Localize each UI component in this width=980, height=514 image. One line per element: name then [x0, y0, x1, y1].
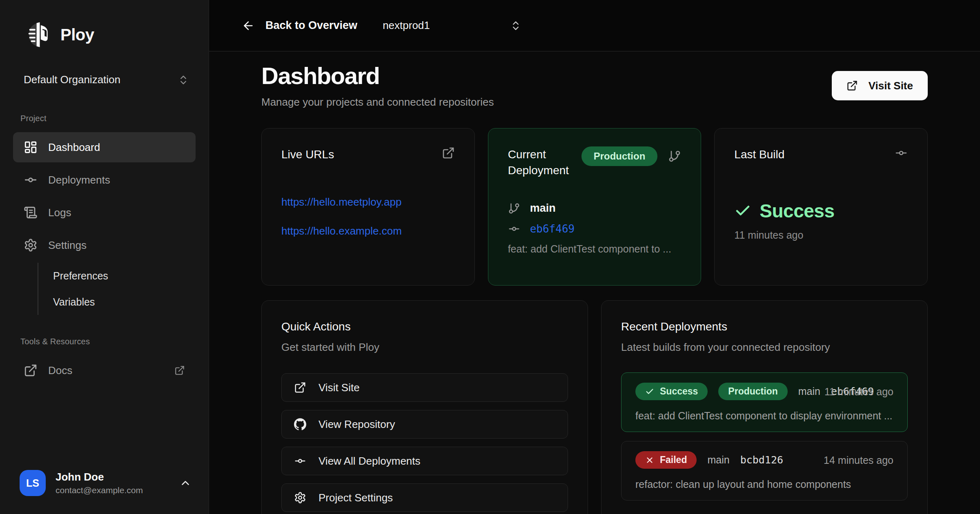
- sidebar-item-logs[interactable]: Logs: [13, 197, 196, 228]
- section-label-tools: Tools & Resources: [20, 337, 196, 346]
- gear-icon: [24, 238, 38, 252]
- quick-action-label: Visit Site: [318, 381, 360, 394]
- branch-name: main: [530, 202, 556, 215]
- sidebar-item-dashboard[interactable]: Dashboard: [13, 132, 196, 162]
- github-icon: [294, 418, 306, 430]
- quick-actions-title: Quick Actions: [281, 319, 568, 335]
- live-urls-list: https://hello.meetploy.app https://hello…: [281, 196, 455, 237]
- production-badge: Production: [581, 146, 658, 166]
- section-label-project: Project: [20, 114, 196, 123]
- git-branch-icon: [668, 150, 681, 163]
- deployment-commit: bcbd126: [740, 454, 783, 466]
- arrow-left-icon: [242, 19, 255, 32]
- deployment-meta: Failed main bcbd126 14 minutes ago: [635, 451, 893, 469]
- quick-action-project-settings[interactable]: Project Settings: [281, 483, 568, 512]
- deployment-status-label: Success: [660, 386, 698, 397]
- live-url-link[interactable]: https://hello.example.com: [281, 225, 455, 237]
- external-link-icon: [846, 80, 858, 91]
- visit-site-button[interactable]: Visit Site: [832, 71, 928, 100]
- chevrons-up-down-icon: [510, 20, 521, 31]
- failed-badge: Failed: [635, 451, 697, 469]
- live-url-link[interactable]: https://hello.meetploy.app: [281, 196, 455, 208]
- project-selector-value: nextprod1: [383, 19, 430, 32]
- external-link-icon: [24, 363, 38, 377]
- layout-dashboard-icon: [24, 140, 38, 154]
- user-menu[interactable]: LS John Doe contact@example.com: [13, 470, 196, 496]
- current-deployment-details: main eb6f469 feat: add ClientTest compon…: [508, 202, 682, 255]
- deployment-item[interactable]: Failed main bcbd126 14 minutes ago refac…: [621, 441, 908, 501]
- commit-hash-link[interactable]: eb6f469: [530, 223, 575, 235]
- sidebar-item-settings[interactable]: Settings: [13, 230, 196, 260]
- git-commit-icon: [294, 455, 306, 467]
- sidebar-item-label: Deployments: [48, 174, 110, 186]
- deployment-list: Success Production main eb6f469 11 minut…: [621, 372, 908, 501]
- live-urls-header: Live URLs: [281, 146, 455, 162]
- deployment-item[interactable]: Success Production main eb6f469 11 minut…: [621, 372, 908, 432]
- quick-action-view-all-deployments[interactable]: View All Deployments: [281, 447, 568, 475]
- current-deployment-header-right: Production: [581, 146, 682, 166]
- dashboard-content: Dashboard Manage your projects and conne…: [209, 51, 980, 514]
- check-icon: [645, 387, 654, 396]
- sidebar-item-label: Logs: [48, 206, 71, 219]
- deployment-message: refactor: clean up layout and home compo…: [635, 479, 893, 490]
- sidebar: Ploy Default Organization Project Dashbo…: [0, 0, 209, 514]
- brand: Ploy: [25, 22, 196, 47]
- quick-action-view-repository[interactable]: View Repository: [281, 410, 568, 439]
- sidebar-item-preferences[interactable]: Preferences: [38, 263, 196, 289]
- current-deployment-title: Current Deployment: [508, 146, 581, 178]
- visit-site-label: Visit Site: [869, 80, 913, 92]
- sidebar-item-docs[interactable]: Docs: [13, 355, 196, 386]
- git-commit-icon: [24, 173, 38, 187]
- chevron-up-icon: [179, 477, 192, 489]
- page-subtitle: Manage your projects and connected repos…: [261, 96, 494, 109]
- quick-actions-card: Quick Actions Get started with Ploy Visi…: [261, 300, 588, 514]
- external-link-icon: [294, 381, 306, 394]
- sidebar-item-label: Dashboard: [48, 141, 100, 154]
- recent-deployments-card: Recent Deployments Latest builds from yo…: [601, 300, 928, 514]
- external-link-icon[interactable]: [442, 146, 455, 160]
- sidebar-spacer: [13, 388, 196, 470]
- user-meta: John Doe contact@example.com: [56, 471, 143, 495]
- build-time: 11 minutes ago: [734, 229, 908, 241]
- commit-row: eb6f469: [508, 223, 682, 235]
- build-status-label: Success: [760, 200, 834, 222]
- back-to-overview-label: Back to Overview: [265, 19, 357, 32]
- quick-action-label: View All Deployments: [318, 455, 421, 467]
- brand-name: Ploy: [60, 26, 94, 44]
- sidebar-item-label: Settings: [48, 239, 87, 252]
- deployment-time: 11 minutes ago: [824, 386, 893, 397]
- ploy-logo-icon: [25, 22, 51, 47]
- deployment-meta: Success Production main eb6f469 11 minut…: [635, 383, 893, 400]
- build-status: Success: [734, 200, 908, 222]
- avatar: LS: [20, 470, 46, 496]
- app-window: Ploy Default Organization Project Dashbo…: [0, 0, 980, 514]
- quick-actions-list: Visit Site View Repository View All Depl…: [281, 373, 568, 512]
- chevrons-up-down-icon: [178, 74, 189, 86]
- project-selector[interactable]: nextprod1: [383, 19, 521, 32]
- org-selector[interactable]: Default Organization: [13, 69, 196, 91]
- external-link-icon: [174, 365, 185, 376]
- deployment-branch: main: [707, 454, 729, 466]
- deployment-branch: main: [798, 386, 820, 397]
- live-urls-title: Live URLs: [281, 146, 334, 162]
- success-badge: Success: [635, 383, 708, 400]
- deployment-message: feat: add ClientTest component to displa…: [635, 410, 893, 422]
- deployment-status-label: Failed: [660, 454, 687, 465]
- git-branch-icon: [508, 202, 520, 215]
- main-column: Back to Overview nextprod1 Dashboard Man…: [209, 0, 980, 514]
- gear-icon: [294, 492, 306, 504]
- page-title: Dashboard: [261, 62, 494, 89]
- recent-deployments-subtitle: Latest builds from your connected reposi…: [621, 341, 908, 354]
- org-selector-label: Default Organization: [24, 73, 120, 86]
- sidebar-item-variables[interactable]: Variables: [38, 289, 196, 315]
- last-build-header: Last Build: [734, 146, 908, 162]
- sidebar-item-deployments[interactable]: Deployments: [13, 165, 196, 195]
- quick-action-label: View Repository: [318, 418, 395, 431]
- page-title-block: Dashboard Manage your projects and conne…: [261, 62, 494, 109]
- back-to-overview-button[interactable]: Back to Overview: [242, 19, 357, 32]
- quick-action-visit-site[interactable]: Visit Site: [281, 373, 568, 402]
- check-icon: [734, 202, 751, 219]
- branch-row: main: [508, 202, 682, 215]
- quick-actions-subtitle: Get started with Ploy: [281, 341, 568, 354]
- recent-deployments-title: Recent Deployments: [621, 319, 908, 335]
